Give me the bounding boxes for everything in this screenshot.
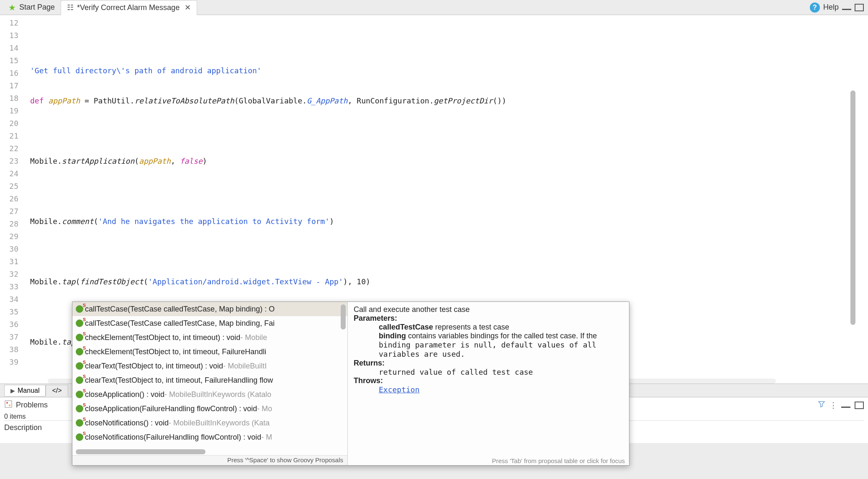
scrollbar-thumb[interactable] (850, 90, 855, 325)
help-label[interactable]: Help (823, 3, 839, 12)
tab-label: Start Page (19, 3, 55, 12)
svg-rect-0 (5, 401, 12, 407)
editor-tab-bar: ★ Start Page ☷ *Verify Correct Alarm Mes… (0, 0, 868, 15)
tab-start-page[interactable]: ★ Start Page (3, 0, 61, 15)
vertical-scrollbar[interactable] (850, 40, 855, 358)
autocomplete-footer-left: Press '^Space' to show Groovy Proposals (72, 455, 347, 465)
help-icon[interactable]: ? (810, 3, 820, 13)
tab-verify-alarm[interactable]: ☷ *Verify Correct Alarm Message ✕ (61, 0, 197, 15)
test-case-icon: ☷ (67, 3, 74, 12)
line-gutter: 12131415 16171819 20212223 24252627 2829… (0, 15, 23, 384)
exception-link[interactable]: Exception (379, 385, 420, 394)
header-right: ? Help (810, 3, 868, 13)
minimize-panel-icon[interactable] (841, 403, 850, 408)
autocomplete-item[interactable]: callTestCase(TestCase calledTestCase, Ma… (72, 316, 347, 330)
doc-throws-label: Throws: (354, 376, 383, 385)
autocomplete-hscroll[interactable] (76, 449, 205, 454)
maximize-icon[interactable] (855, 4, 864, 11)
maximize-panel-icon[interactable] (855, 402, 864, 409)
method-icon (76, 433, 83, 441)
autocomplete-list[interactable]: callTestCase(TestCase calledTestCase, Ma… (72, 302, 348, 465)
autocomplete-item[interactable]: closeNotifications() : void - MobileBuil… (72, 416, 347, 430)
autocomplete-item[interactable]: checkElement(TestObject to, int timeout,… (72, 345, 347, 359)
autocomplete-footer-right: Press 'Tab' from proposal table or click… (488, 456, 629, 465)
tab-manual[interactable]: ▶ Manual (4, 385, 46, 397)
method-icon (76, 362, 83, 370)
autocomplete-item[interactable]: closeApplication() : void - MobileBuiltI… (72, 387, 347, 402)
star-icon: ★ (8, 3, 16, 13)
close-icon[interactable]: ✕ (185, 3, 191, 12)
code-text: 'Get full directory\'s path of android a… (30, 66, 262, 75)
problems-title: Problems (16, 401, 48, 409)
minimize-icon[interactable] (842, 5, 851, 10)
method-icon (76, 405, 83, 412)
tab-label: *Verify Correct Alarm Message (77, 3, 180, 12)
doc-params-label: Parameters: (354, 314, 397, 322)
method-icon (76, 305, 83, 313)
method-icon (76, 319, 83, 327)
method-icon (76, 376, 83, 384)
autocomplete-item[interactable]: closeNotifications(FailureHandling flowC… (72, 430, 347, 444)
method-icon (76, 419, 83, 427)
doc-title: Call and execute another test case (354, 305, 623, 314)
tab-label: Manual (18, 387, 39, 394)
svg-point-2 (9, 404, 10, 406)
autocomplete-doc: Call and execute another test case Param… (348, 302, 629, 465)
menu-icon[interactable]: ⋮ (829, 401, 837, 410)
autocomplete-item[interactable]: callTestCase(TestCase calledTestCase, Ma… (72, 302, 347, 316)
method-icon (76, 348, 83, 355)
doc-returns-label: Returns: (354, 359, 385, 367)
autocomplete-item[interactable]: clearText(TestObject to, int timeout) : … (72, 359, 347, 373)
filter-icon[interactable] (818, 400, 825, 410)
play-icon: ▶ (10, 387, 15, 394)
method-icon (76, 334, 83, 341)
method-icon (76, 391, 83, 398)
autocomplete-popup: callTestCase(TestCase calledTestCase, Ma… (72, 301, 629, 466)
autocomplete-item[interactable]: checkElement(TestObject to, int timeout)… (72, 330, 347, 345)
autocomplete-item[interactable]: closeApplication(FailureHandling flowCon… (72, 402, 347, 416)
autocomplete-item[interactable]: clearText(TestObject to, int timeout, Fa… (72, 373, 347, 387)
tab-script[interactable]: </> (46, 385, 68, 396)
code-icon: </> (52, 387, 62, 394)
autocomplete-vscroll[interactable] (341, 304, 346, 330)
problems-icon (4, 400, 13, 410)
svg-point-1 (6, 402, 8, 404)
